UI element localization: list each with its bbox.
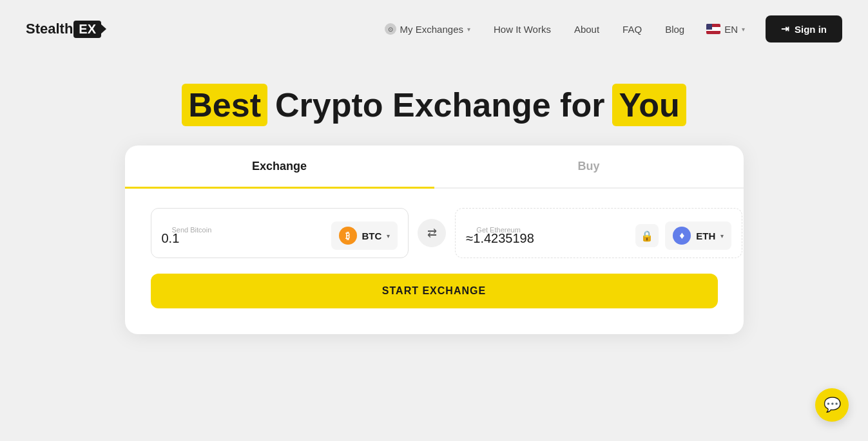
get-currency-name: ETH <box>696 230 715 241</box>
language-selector[interactable]: EN ▾ <box>699 19 753 40</box>
card-container: Exchange Buy Send Bitcoin ₿ BTC ▾ <box>0 145 868 334</box>
tabs: Exchange Buy <box>125 145 744 189</box>
send-input-group: Send Bitcoin ₿ BTC ▾ <box>151 208 409 258</box>
eth-icon: ♦ <box>673 227 691 245</box>
nav-about[interactable]: About <box>565 19 608 40</box>
exchange-card: Exchange Buy Send Bitcoin ₿ BTC ▾ <box>125 145 744 334</box>
hero-title: Best Crypto Exchange for You <box>13 84 855 126</box>
card-body: Send Bitcoin ₿ BTC ▾ ⇄ Get Et <box>125 189 744 334</box>
flag-icon <box>706 24 720 34</box>
get-currency-dropdown-icon: ▾ <box>720 232 724 239</box>
language-label: EN <box>724 24 738 35</box>
hero-title-middle: Crypto Exchange for <box>275 85 604 125</box>
main-nav: ⊙ My Exchanges ▾ How It Works About FAQ … <box>376 15 842 42</box>
send-currency-dropdown-icon: ▾ <box>387 232 390 239</box>
hero-highlight-you: You <box>612 84 686 126</box>
logo-ex: EX <box>73 21 101 38</box>
nav-blog[interactable]: Blog <box>656 19 693 40</box>
btc-icon: ₿ <box>339 227 357 245</box>
chat-icon: 💬 <box>824 397 841 413</box>
nav-my-exchanges-label: My Exchanges <box>400 24 463 35</box>
chevron-down-icon: ▾ <box>467 26 470 33</box>
tab-buy-label: Buy <box>577 160 599 173</box>
hero-highlight-best: Best <box>182 84 267 126</box>
signin-button[interactable]: ⇥ Sign in <box>766 15 842 42</box>
send-label: Send Bitcoin <box>172 226 212 234</box>
nav-faq-label: FAQ <box>622 24 642 35</box>
signin-icon: ⇥ <box>781 23 789 35</box>
hero-section: Best Crypto Exchange for You <box>0 58 868 145</box>
swap-button[interactable]: ⇄ <box>418 219 446 247</box>
lang-chevron-icon: ▾ <box>742 26 745 33</box>
get-input-group: Get Ethereum 🔒 ♦ ETH ▾ <box>455 208 742 258</box>
nav-my-exchanges[interactable]: ⊙ My Exchanges ▾ <box>376 18 479 40</box>
header: Stealth EX ⊙ My Exchanges ▾ How It Works… <box>0 0 868 58</box>
nav-how-it-works[interactable]: How It Works <box>485 19 560 40</box>
get-label: Get Ethereum <box>476 226 520 234</box>
send-currency-selector[interactable]: ₿ BTC ▾ <box>331 221 398 250</box>
tab-exchange[interactable]: Exchange <box>125 145 434 187</box>
swap-icon: ⇄ <box>427 226 437 240</box>
nav-blog-label: Blog <box>665 24 684 35</box>
exchange-row: Send Bitcoin ₿ BTC ▾ ⇄ Get Et <box>151 208 718 258</box>
nav-about-label: About <box>574 24 599 35</box>
get-currency-selector[interactable]: ♦ ETH ▾ <box>665 221 731 250</box>
exchanges-icon: ⊙ <box>385 23 396 35</box>
tab-exchange-label: Exchange <box>252 160 307 173</box>
chat-bubble-button[interactable]: 💬 <box>815 388 849 422</box>
tab-buy[interactable]: Buy <box>434 145 744 187</box>
nav-how-it-works-label: How It Works <box>494 24 551 35</box>
nav-faq[interactable]: FAQ <box>613 19 651 40</box>
start-exchange-label: START EXCHANGE <box>382 285 486 296</box>
logo-stealth: Stealth <box>26 21 73 37</box>
lock-icon: 🔒 <box>635 224 659 247</box>
signin-label: Sign in <box>795 24 827 35</box>
logo[interactable]: Stealth EX <box>26 21 101 38</box>
start-exchange-button[interactable]: START EXCHANGE <box>151 274 718 308</box>
send-currency-name: BTC <box>362 230 382 241</box>
